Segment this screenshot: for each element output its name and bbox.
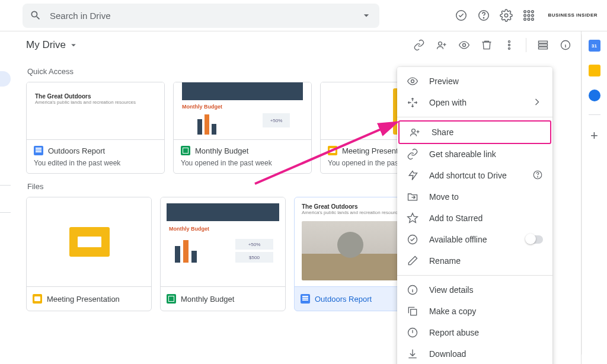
menu-available-offline[interactable]: Available offline [397, 229, 552, 250]
more-actions-button[interactable] [503, 39, 515, 51]
calendar-app-icon[interactable] [589, 40, 600, 52]
menu-move-to[interactable]: Move to [397, 186, 552, 207]
offline-toggle[interactable] [526, 235, 543, 244]
svg-point-9 [532, 14, 534, 17]
svg-rect-18 [539, 41, 548, 43]
svg-point-13 [439, 42, 442, 46]
menu-rename[interactable]: Rename [397, 250, 552, 272]
ready-offline-icon[interactable] [454, 8, 468, 23]
sheet-icon [167, 294, 176, 304]
file-card[interactable]: Meeting Presentation [26, 197, 152, 311]
svg-point-6 [532, 11, 534, 13]
add-app-button[interactable]: + [590, 128, 598, 143]
svg-point-16 [509, 44, 510, 46]
preview-button[interactable] [458, 39, 470, 51]
svg-point-14 [463, 44, 466, 47]
doc-icon [34, 146, 43, 155]
svg-point-15 [509, 41, 510, 43]
svg-point-23 [412, 129, 416, 133]
slide-icon [328, 146, 337, 155]
svg-point-25 [538, 176, 538, 177]
doc-icon [301, 294, 310, 304]
menu-download[interactable]: Download [397, 343, 552, 364]
chevron-right-icon [531, 96, 543, 110]
svg-point-7 [524, 14, 526, 17]
sidebar-collapsed-indicator [0, 71, 11, 87]
delete-button[interactable] [481, 39, 493, 51]
file-card[interactable]: Monthly Budget +50%$500 Monthly Budget [160, 197, 286, 311]
svg-point-3 [505, 14, 509, 17]
svg-rect-28 [411, 309, 417, 315]
menu-view-details[interactable]: View details [397, 279, 552, 301]
svg-point-22 [411, 80, 414, 83]
search-bar[interactable]: Search in Drive [23, 4, 379, 28]
settings-icon[interactable] [499, 8, 513, 23]
menu-open-with[interactable]: Open with [397, 92, 552, 113]
menu-add-shortcut[interactable]: Add shortcut to Drive [397, 165, 552, 186]
svg-point-10 [524, 18, 526, 21]
sheet-icon [181, 146, 190, 155]
breadcrumb-my-drive[interactable]: My Drive [26, 39, 79, 51]
menu-report-abuse[interactable]: Report abuse [397, 322, 552, 343]
brand-label: BUSINESS INSIDER [548, 13, 598, 18]
svg-point-2 [484, 18, 484, 18]
tasks-app-icon[interactable] [589, 90, 600, 101]
svg-point-11 [528, 18, 531, 21]
search-icon [30, 9, 41, 21]
search-dropdown-icon[interactable] [360, 9, 372, 21]
list-view-button[interactable] [537, 39, 549, 51]
slide-icon [33, 294, 42, 304]
svg-point-5 [528, 11, 531, 13]
share-button[interactable] [436, 39, 448, 51]
menu-share[interactable]: Share [400, 122, 550, 143]
keep-app-icon[interactable] [589, 65, 600, 76]
quick-access-card[interactable]: The Great Outdoors America's public land… [26, 82, 165, 174]
svg-rect-20 [539, 47, 548, 49]
preview-thumbnail: The Great Outdoors America's public land… [27, 82, 164, 139]
view-details-button[interactable] [560, 39, 571, 51]
svg-point-17 [509, 47, 510, 49]
menu-make-copy[interactable]: Make a copy [397, 301, 552, 322]
context-menu: Preview Open with Share Get shareable li… [397, 67, 552, 364]
svg-point-8 [528, 14, 531, 17]
svg-point-4 [524, 11, 526, 13]
search-placeholder: Search in Drive [50, 11, 360, 21]
menu-preview[interactable]: Preview [397, 71, 552, 92]
get-link-button[interactable] [413, 39, 425, 51]
preview-thumbnail: Monthly Budget +50%$500 [161, 197, 285, 286]
preview-thumbnail [27, 197, 151, 286]
svg-rect-19 [539, 44, 548, 46]
menu-add-starred[interactable]: Add to Starred [397, 207, 552, 229]
quick-access-card[interactable]: Monthly Budget +50% Monthly Budget You o… [173, 82, 312, 174]
help-icon[interactable] [477, 8, 491, 23]
svg-point-12 [532, 18, 534, 21]
preview-thumbnail: Monthly Budget +50% [174, 82, 311, 139]
side-panel: + [581, 31, 607, 364]
menu-get-link[interactable]: Get shareable link [397, 143, 552, 165]
chevron-down-icon [68, 40, 79, 50]
help-icon[interactable] [532, 170, 543, 182]
apps-icon[interactable] [522, 8, 536, 23]
share-highlight: Share [398, 120, 551, 144]
